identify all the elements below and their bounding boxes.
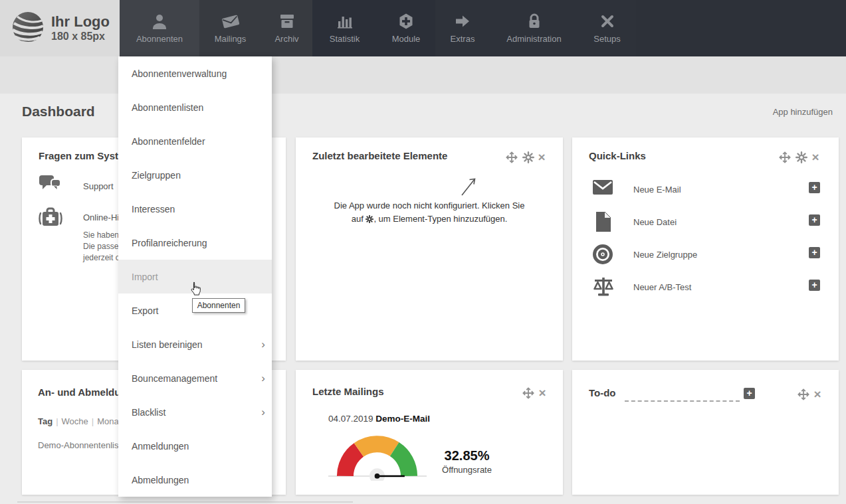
quicklink-label[interactable]: Neue Zielgruppe (633, 250, 697, 260)
tooltip: Abonnenten (192, 298, 245, 313)
widget-title: Zuletzt bearbeitete Elemente (312, 150, 447, 161)
logo-title: Ihr Logo (51, 14, 110, 30)
gear-icon[interactable] (795, 151, 807, 163)
tools-icon (599, 11, 616, 31)
move-widget-icon[interactable] (797, 388, 809, 400)
nav-item-administration[interactable]: Administration (490, 0, 578, 56)
help-text: Sie haben Die passen jederzeit o (83, 230, 123, 264)
hexagon-plus-icon (397, 11, 415, 31)
widget-title: To-do (589, 387, 616, 398)
quicklink-label[interactable]: Neue E-Mail (633, 185, 681, 195)
nav-item-module[interactable]: Module (377, 0, 435, 56)
nav-item-archiv[interactable]: Archiv (261, 0, 312, 56)
menu-item-listen-bereinigen[interactable]: Listen bereinigen› (118, 327, 272, 361)
menu-item-abonnentenlisten[interactable]: Abonnentenlisten (118, 90, 272, 124)
close-icon[interactable]: × (809, 151, 821, 163)
add-quicklink-button[interactable]: + (809, 247, 820, 258)
add-quicklink-button[interactable]: + (809, 182, 820, 193)
arrow-up-right-icon (459, 175, 478, 200)
tab-woche[interactable]: Woche (62, 416, 88, 426)
gear-icon[interactable] (522, 151, 534, 163)
logo-subtitle: 180 x 85px (51, 30, 110, 43)
tab-monat[interactable]: Monat (97, 416, 121, 426)
add-todo-button[interactable]: + (744, 388, 755, 399)
file-icon (595, 211, 612, 235)
chevron-right-icon: › (261, 406, 265, 419)
add-app-link[interactable]: App hinzufügen (773, 107, 833, 117)
target-icon (592, 244, 613, 268)
quicklink-row: Neuer A/B-Test + (572, 274, 839, 303)
chat-bubbles-icon (38, 173, 62, 197)
globe-logo-icon (11, 10, 45, 47)
first-aid-icon (38, 205, 63, 232)
bar-chart-icon (336, 11, 354, 31)
quicklink-label[interactable]: Neuer A/B-Test (633, 282, 691, 292)
envelope-icon (592, 179, 613, 199)
archive-box-icon (278, 11, 296, 31)
scales-icon (592, 276, 615, 300)
menu-item-profilanreicherung[interactable]: Profilanreicherung (118, 226, 272, 260)
move-widget-icon[interactable] (522, 387, 534, 399)
quicklink-row: Neue E-Mail + (572, 176, 839, 205)
open-rate-label: Öffnungsrate (419, 465, 515, 475)
nav-item-extras[interactable]: Extras (435, 0, 490, 56)
close-icon[interactable]: × (536, 387, 548, 399)
nav-item-mailings[interactable]: Mailings (199, 0, 261, 56)
menu-item-abmeldungen[interactable]: Abmeldungen (118, 463, 272, 497)
chevron-right-icon: › (261, 372, 265, 385)
gear-icon (366, 215, 373, 225)
mailing-entry[interactable]: 04.07.2019 Demo-E-Mail (328, 414, 430, 424)
recent-elements-widget: Zuletzt bearbeitete Elemente × Die App w… (296, 137, 563, 361)
nav-item-setups[interactable]: Setups (578, 0, 636, 56)
widget-title: Letzte Mailings (312, 386, 384, 397)
mailing-date: 04.07.2019 (328, 414, 373, 424)
add-quicklink-button[interactable]: + (809, 214, 820, 226)
cursor-pointer (188, 281, 202, 299)
quicklink-row: Neue Datei + (572, 209, 839, 238)
menu-item-zielgruppen[interactable]: Zielgruppen (118, 158, 272, 192)
last-mailings-widget: Letzte Mailings × 04.07.2019 Demo-E-Mail… (296, 370, 563, 495)
menu-item-interessen[interactable]: Interessen (118, 192, 272, 226)
bottom-divider (17, 501, 353, 503)
abonnenten-dropdown-menu: Abonnentenverwaltung Abonnentenlisten Ab… (118, 56, 272, 497)
menu-item-bouncemanagement[interactable]: Bouncemanagement› (118, 361, 272, 395)
open-rate-gauge (336, 434, 419, 481)
page-title: Dashboard (22, 104, 95, 120)
todo-widget: To-do + × (572, 370, 839, 495)
user-icon (151, 11, 168, 31)
tab-tag[interactable]: Tag (38, 416, 53, 426)
list-item[interactable]: Demo-Abonnentenliste (38, 440, 126, 450)
chevron-right-icon: › (261, 338, 265, 351)
lock-icon (526, 11, 543, 31)
close-icon[interactable]: × (536, 151, 548, 163)
move-widget-icon[interactable] (506, 151, 518, 163)
menu-item-abonnentenverwaltung[interactable]: Abonnentenverwaltung (118, 56, 272, 90)
close-icon[interactable]: × (811, 388, 823, 400)
quicklink-row: Neue Zielgruppe + (572, 241, 839, 270)
empty-state-text: Die App wurde noch nicht konfiguriert. K… (296, 201, 563, 210)
mailing-name: Demo-E-Mail (375, 414, 430, 424)
nav-item-statistik[interactable]: Statistik (312, 0, 377, 56)
open-rate-value: 32.85% (419, 448, 515, 463)
move-widget-icon[interactable] (779, 151, 791, 163)
arrow-right-icon (454, 11, 471, 31)
menu-item-abonnentenfelder[interactable]: Abonnentenfelder (118, 124, 272, 158)
period-tabs: Tag|Woche|Monat (38, 416, 121, 426)
top-navigation: Ihr Logo 180 x 85px Abonnenten Mailings … (0, 0, 846, 56)
menu-item-anmeldungen[interactable]: Anmeldungen (118, 429, 272, 463)
logo[interactable]: Ihr Logo 180 x 85px (0, 0, 120, 56)
todo-input[interactable] (625, 390, 740, 402)
quicklink-label[interactable]: Neue Datei (633, 217, 677, 227)
envelope-icon (221, 11, 241, 31)
support-link[interactable]: Support (83, 181, 114, 191)
empty-state-text: auf , um Element-Typen hinzuzufügen. (296, 214, 563, 225)
menu-item-blacklist[interactable]: Blacklist› (118, 395, 272, 429)
nav-item-abonnenten[interactable]: Abonnenten (120, 0, 199, 56)
add-quicklink-button[interactable]: + (809, 280, 820, 291)
widget-title: Quick-Links (589, 150, 646, 161)
quicklinks-widget: Quick-Links × Neue E-Mail + Neue Datei + (572, 137, 839, 361)
